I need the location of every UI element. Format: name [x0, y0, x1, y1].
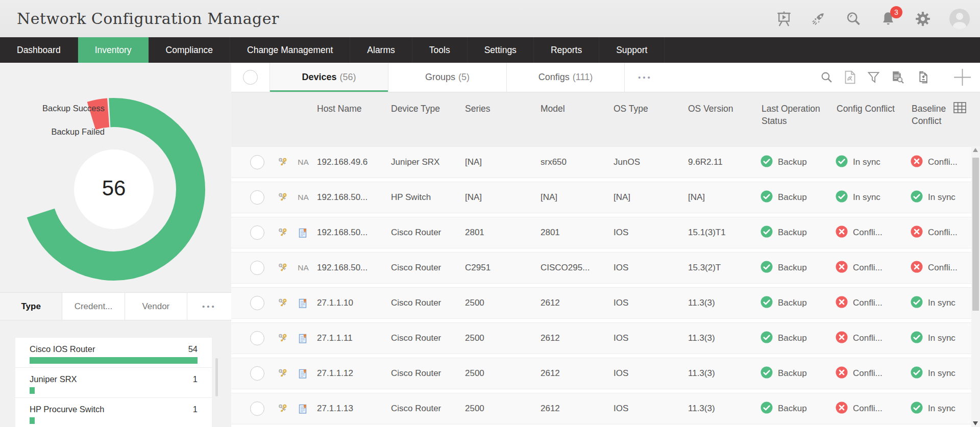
scrollbar-thumb[interactable] [972, 158, 979, 311]
avatar[interactable] [949, 9, 970, 29]
credentials-keys-icon[interactable] [272, 228, 293, 238]
table-row[interactable]: 192.168.50...Cisco Router28012801IOS15.1… [231, 217, 980, 248]
last-operation-status-cell: Backup [757, 155, 832, 170]
column-header-last-operation-status: Last Operation Status [757, 92, 832, 146]
tab-configs[interactable]: Configs(111) [506, 63, 625, 92]
type-list-item[interactable]: Juniper SRX1 [15, 368, 212, 398]
credentials-keys-icon[interactable] [272, 333, 293, 343]
tab-label: Devices [302, 72, 336, 83]
row-select-radio[interactable] [250, 190, 264, 205]
last-operation-status-cell: Backup [757, 296, 832, 311]
sidebar-tab-type[interactable]: Type [0, 293, 62, 320]
series-cell: 2500 [461, 368, 536, 379]
presentation-play-icon[interactable] [776, 11, 792, 27]
vertical-scrollbar[interactable] [971, 146, 980, 427]
credentials-keys-icon[interactable] [272, 263, 293, 273]
credentials-keys-icon[interactable] [272, 368, 293, 379]
config-doc-icon[interactable] [293, 228, 313, 238]
type-list-item[interactable]: Cisco IOS Router54 [15, 338, 212, 368]
table-row[interactable]: 27.1.1.13Cisco Router25002612IOS11.3(3)B… [231, 393, 980, 424]
status-ok-icon [761, 225, 773, 240]
filter-icon[interactable] [867, 71, 880, 84]
tab-groups[interactable]: Groups(5) [388, 63, 506, 92]
status-label: Backup [778, 263, 807, 273]
table-toolbar [820, 63, 972, 92]
table-row[interactable]: NA192.168.50...HP Switch[NA][NA][NA][NA]… [231, 182, 980, 213]
credentials-keys-icon[interactable] [272, 404, 293, 414]
sidebar-tab-credent[interactable]: Credent... [62, 293, 125, 320]
last-operation-status-cell: Backup [757, 331, 832, 346]
nav-item-tools[interactable]: Tools [412, 37, 468, 63]
row-select-radio[interactable] [250, 401, 264, 416]
row-select-radio[interactable] [250, 366, 264, 381]
table-row[interactable]: 27.1.1.12Cisco Router25002612IOS11.3(3)B… [231, 358, 980, 389]
tab-devices[interactable]: Devices(56) [270, 63, 388, 92]
nav-item-change-management[interactable]: Change Management [230, 37, 350, 63]
config-doc-icon[interactable] [293, 333, 313, 344]
row-select-radio[interactable] [250, 225, 264, 240]
sidebar-more-tab[interactable]: ••• [187, 293, 231, 320]
os-version-cell: 9.6R2.11 [684, 157, 757, 167]
chart-label-backup-failed: Backup Failed [0, 127, 105, 137]
credentials-keys-icon[interactable] [272, 298, 293, 308]
add-device-icon[interactable] [953, 68, 972, 87]
baseline-conflict-cell: Confli... [908, 225, 980, 240]
host-name-cell: 192.168.50... [313, 192, 387, 203]
device-type-cell: Cisco Router [387, 404, 461, 414]
row-select-radio[interactable] [250, 155, 264, 169]
rocket-icon[interactable] [811, 11, 827, 27]
bell-icon[interactable]: 3 [880, 11, 896, 27]
table-row[interactable]: NA192.168.49.6Juniper SRX[NA]srx650JunOS… [231, 146, 980, 178]
device-type-cell: Juniper SRX [387, 157, 461, 167]
status-ok-icon [761, 261, 773, 275]
nav-item-support[interactable]: Support [599, 37, 665, 63]
more-tabs-button[interactable]: ••• [625, 63, 666, 92]
status-error-icon [836, 261, 848, 275]
main-tabbar: Devices(56)Groups(5)Configs(111) ••• [231, 63, 980, 92]
nav-item-dashboard[interactable]: Dashboard [0, 37, 78, 63]
nav-item-compliance[interactable]: Compliance [149, 37, 230, 63]
nav-item-settings[interactable]: Settings [468, 37, 534, 63]
config-diff-icon[interactable] [915, 70, 929, 84]
config-doc-icon[interactable] [293, 404, 313, 414]
device-type-cell: Cisco Router [387, 368, 461, 379]
pdf-export-icon[interactable] [844, 70, 856, 84]
status-label: Confli... [928, 228, 958, 238]
credentials-keys-icon[interactable] [272, 157, 293, 167]
status-ok-icon [761, 296, 773, 311]
na-label: NA [298, 263, 309, 272]
sidebar-scrollbar-thumb[interactable] [215, 358, 218, 396]
column-picker-icon[interactable] [953, 102, 966, 116]
type-list-item[interactable]: HP Procurve Switch1 [15, 398, 212, 427]
table-row[interactable]: 27.1.1.10Cisco Router25002612IOS11.3(3)B… [231, 287, 980, 319]
config-doc-icon[interactable] [293, 368, 313, 379]
config-doc-icon[interactable] [293, 298, 313, 309]
baseline-conflict-cell: In sync [908, 401, 980, 416]
status-ok-icon [761, 190, 773, 205]
sidebar-tab-vendor[interactable]: Vendor [125, 293, 187, 320]
nav-item-inventory[interactable]: Inventory [78, 37, 149, 63]
scroll-up-arrow[interactable] [973, 148, 978, 152]
notification-badge[interactable]: 3 [890, 6, 902, 18]
status-label: Backup [778, 192, 807, 203]
baseline-conflict-cell: Confli... [908, 261, 980, 275]
table-row[interactable]: 27.1.1.11Cisco Router25002612IOS11.3(3)B… [231, 322, 980, 354]
scroll-down-arrow[interactable] [973, 421, 978, 425]
credentials-keys-icon[interactable] [272, 192, 293, 203]
table-row[interactable]: NA192.168.50...Cisco RouterC2951CISCO295… [231, 252, 980, 284]
gear-icon[interactable] [915, 11, 931, 27]
nav-item-alarms[interactable]: Alarms [350, 37, 412, 63]
row-select-radio[interactable] [250, 331, 264, 345]
os-version-cell: 11.3(3) [684, 333, 757, 343]
search-icon[interactable] [845, 11, 862, 27]
row-select-radio[interactable] [250, 261, 264, 275]
chart-label-backup-success: Backup Success [0, 104, 105, 113]
device-type-cell: Cisco Router [387, 263, 461, 273]
select-all-radio[interactable] [243, 70, 258, 85]
search-icon[interactable] [820, 71, 833, 84]
type-count-bar [30, 417, 35, 424]
nav-item-reports[interactable]: Reports [534, 37, 599, 63]
row-select-radio[interactable] [250, 296, 264, 310]
config-search-icon[interactable] [891, 70, 904, 84]
backup-status-chart[interactable]: Backup Success Backup Failed 56 [0, 63, 231, 292]
